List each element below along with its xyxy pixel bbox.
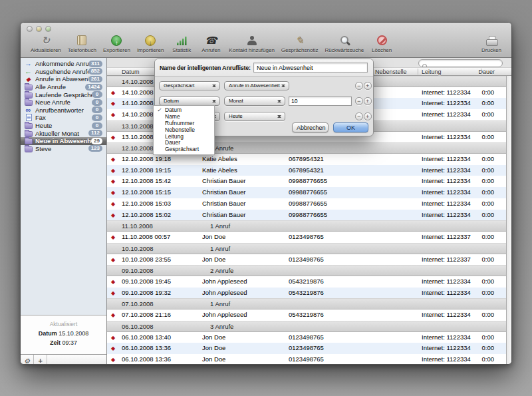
popup-arrows-icon	[212, 97, 217, 105]
call-line: Internet: 1122334	[422, 210, 471, 221]
column-header-nebenstelle[interactable]: Nebenstelle	[375, 69, 407, 75]
call-duration: 0:00	[482, 288, 495, 299]
smart-folder-icon	[25, 85, 33, 91]
smart-list-name-input[interactable]	[253, 63, 368, 73]
call-row[interactable]: 12.10.2008 15:15Christian Bauer099887766…	[107, 187, 507, 198]
reverse-search-icon	[339, 35, 350, 46]
toolbar-item-exportieren[interactable]: Exportieren	[103, 35, 130, 53]
rule-operator-popup[interactable]: Anrufe in Abwesenheit	[224, 81, 289, 91]
toolbar-item-loeschen[interactable]: Löschen	[370, 35, 393, 53]
column-header-leitung[interactable]: Leitung	[422, 69, 442, 75]
toolbar-item-kontakt-hinzufuegen[interactable]: Kontakt hinzufügen	[229, 35, 275, 53]
missed-call-icon	[111, 343, 115, 354]
call-row[interactable]: 12.10.2008 15:42Christian Bauer099887766…	[107, 176, 507, 187]
toolbar: AktualisierenTelefonbuchExportierenImpor…	[21, 33, 511, 58]
call-row[interactable]: 12.10.2008 19:15Katie Abeles0678954321In…	[107, 165, 507, 176]
sidebar-item-ankommende-anrufe[interactable]: Ankommende Anrufe311	[21, 60, 106, 68]
remove-rule-button[interactable]: −	[355, 97, 363, 105]
sidebar-item-label: Ausgehende Anrufe	[35, 68, 88, 75]
sidebar-item-aktueller-monat[interactable]: Aktueller Monat112	[21, 129, 106, 137]
date-group-row[interactable]: 09.10.20082 Anrufe	[107, 265, 507, 276]
minimize-button[interactable]	[36, 26, 42, 32]
call-date: 09.10.2008 19:32	[122, 288, 171, 299]
date-group-row[interactable]: 11.10.20081 Anruf	[107, 220, 507, 232]
call-line: Internet: 1122334	[422, 343, 471, 354]
call-number: 09988776655	[289, 176, 327, 187]
sidebar-item-anrufe-in-abwesenheit[interactable]: Anrufe in Abwesenheit261	[21, 75, 106, 83]
call-row[interactable]: 11.10.2008 00:57Jon Doe0123498765Interne…	[107, 232, 507, 243]
add-rule-button[interactable]: +	[364, 97, 372, 105]
voicemail-icon	[26, 106, 31, 114]
toolbar-item-telefonbuch[interactable]: Telefonbuch	[68, 35, 96, 53]
toolbar-item-importieren[interactable]: Importieren	[137, 35, 164, 53]
call-row[interactable]: 06.10.2008 13:36Jon Doe0123498765Interne…	[107, 343, 507, 354]
call-row[interactable]: 07.10.2008 21:16John Appleseed0543219876…	[107, 309, 507, 321]
sidebar-item-label: Laufende Gespräche	[35, 91, 92, 99]
toolbar-item-gespraechsnotiz[interactable]: Gesprächsnotiz	[281, 35, 319, 53]
call-row[interactable]: 06.10.2008 13:36Jon Doe0123498765Interne…	[107, 354, 507, 365]
call-name: Christian Bauer	[202, 198, 245, 210]
call-row[interactable]: 12.10.2008 15:02Christian Bauer099887766…	[107, 210, 507, 221]
call-name: Christian Bauer	[202, 176, 245, 187]
call-row[interactable]: 06.10.2008 13:40Jon Doe0123498765Interne…	[107, 332, 507, 343]
count-badge: 852	[88, 68, 102, 75]
sidebar-item-label: Steve	[35, 145, 88, 152]
vertical-scrollbar[interactable]	[506, 76, 511, 364]
sidebar-item-ausgehende-anrufe[interactable]: Ausgehende Anrufe852	[21, 68, 106, 76]
cancel-button[interactable]: Abbrechen	[292, 122, 329, 132]
rule-value-input[interactable]	[289, 97, 352, 106]
zoom-button[interactable]	[45, 26, 51, 32]
date-group-row[interactable]: 06.10.20083 Anrufe	[107, 321, 507, 332]
call-line: Internet: 1122334	[422, 288, 471, 299]
add-rule-button[interactable]: +	[364, 82, 372, 90]
ok-button[interactable]: OK	[333, 122, 368, 132]
call-row[interactable]: 10.10.2008 23:55Jon Doe0123498765Interne…	[107, 254, 507, 266]
sidebar-item-laufende-gespr-che[interactable]: Laufende Gespräche0	[21, 91, 106, 99]
rule-field-popup[interactable]: Gesprächsart	[159, 81, 220, 91]
menu-item-datum[interactable]: Datum	[154, 107, 214, 114]
search-input[interactable]	[418, 59, 503, 67]
toolbar-item-aktualisieren[interactable]: Aktualisieren	[31, 35, 61, 53]
call-name: Jon Doe	[202, 332, 225, 343]
date-group-row[interactable]: 07.10.20081 Anruf	[107, 298, 507, 309]
toolbar-item-anrufen[interactable]: Anrufen	[200, 35, 222, 53]
call-row[interactable]: 12.10.2008 19:18Katie Abeles0678954321In…	[107, 154, 507, 165]
call-row[interactable]: 12.10.2008 15:03Christian Bauer099887766…	[107, 198, 507, 210]
date-group-row[interactable]: 10.10.20081 Anruf	[107, 243, 507, 254]
fax-icon	[26, 114, 32, 121]
toolbar-item-statistik[interactable]: Statistik	[170, 35, 193, 53]
call-row[interactable]: 09.10.2008 19:32John Appleseed0543219876…	[107, 288, 507, 299]
sidebar-item-neue-anrufe[interactable]: Neue Anrufe0	[21, 99, 106, 106]
rule-operator-popup[interactable]: Heute	[224, 112, 285, 121]
column-header-datum[interactable]: Datum	[122, 69, 140, 75]
close-button[interactable]	[27, 26, 33, 32]
call-row[interactable]: 09.10.2008 19:45John Appleseed0543219876…	[107, 276, 507, 288]
call-number: 09988776655	[289, 210, 327, 221]
menu-item-nebenstelle[interactable]: Nebenstelle	[154, 127, 214, 134]
sidebar-item-neue-in-abwesenheit[interactable]: Neue in Abwesenheit29	[21, 137, 106, 145]
sidebar-item-anrufbeantworter[interactable]: Anrufbeantworter0	[21, 106, 106, 114]
sidebar-item-steve[interactable]: Steve123	[21, 145, 106, 153]
status-time-label: Zeit	[50, 339, 61, 346]
menu-item-leitung[interactable]: Leitung	[154, 134, 214, 140]
call-duration: 0:00	[482, 165, 495, 176]
toolbar-item-drucken[interactable]: Drucken	[480, 35, 503, 53]
missed-call-icon	[111, 165, 115, 176]
sidebar-item-heute[interactable]: Heute0	[21, 122, 106, 130]
statistics-icon	[177, 35, 187, 45]
sidebar-item-fax[interactable]: Fax0	[21, 114, 106, 122]
menu-item-gespr-chsart[interactable]: Gesprächsart	[154, 146, 214, 153]
add-rule-button[interactable]: +	[364, 112, 372, 120]
call-number: 0543219876	[289, 288, 324, 299]
group-call-count: 1 Anruf	[210, 299, 230, 309]
rule-operator-popup[interactable]: Monat	[224, 97, 285, 106]
remove-rule-button[interactable]: −	[355, 112, 363, 120]
action-gear-button[interactable]	[21, 355, 34, 365]
call-duration: 0:00	[482, 98, 495, 109]
sidebar-item-alle-anrufe[interactable]: Alle Anrufe1424	[21, 83, 106, 91]
toolbar-item-rueckwaertssuche[interactable]: Rückwärtssuche	[325, 35, 364, 53]
rule-field-popup[interactable]: Datum	[159, 97, 220, 106]
call-number: 09988776655	[289, 198, 327, 210]
remove-rule-button[interactable]: −	[355, 82, 363, 90]
add-smart-list-button[interactable]	[34, 355, 47, 365]
